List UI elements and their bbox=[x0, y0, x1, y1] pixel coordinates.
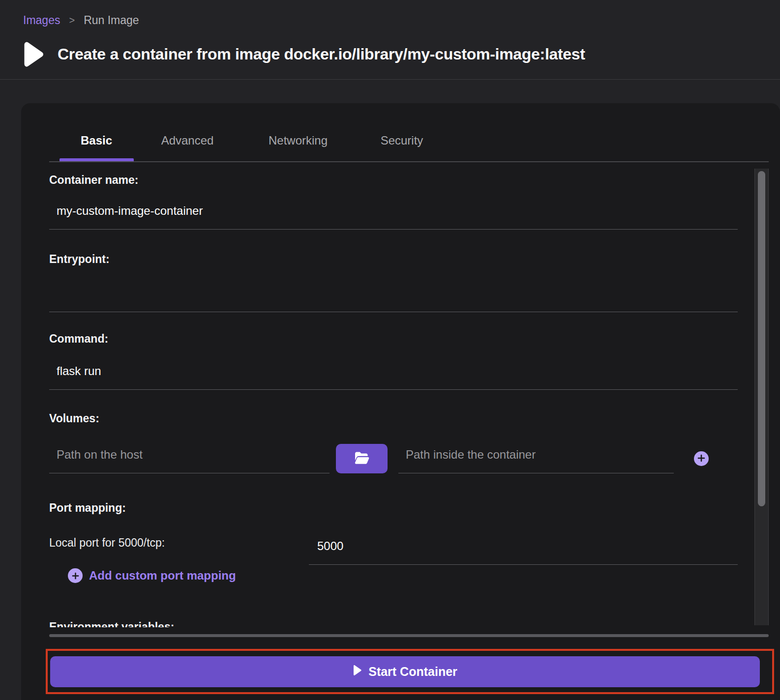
tabs-baseline bbox=[49, 161, 769, 162]
port-mapping-label: Port mapping: bbox=[49, 501, 126, 515]
volumes-label: Volumes: bbox=[49, 412, 99, 425]
page-header: Create a container from image docker.io/… bbox=[21, 41, 585, 67]
plus-icon bbox=[68, 568, 83, 583]
breadcrumb-link-images[interactable]: Images bbox=[23, 14, 60, 27]
tab-networking[interactable]: Networking bbox=[269, 134, 328, 147]
local-port-label: Local port for 5000/tcp: bbox=[49, 536, 165, 550]
volume-container-path-input[interactable] bbox=[398, 443, 674, 473]
run-image-panel: Basic Advanced Networking Security Conta… bbox=[21, 103, 780, 700]
vertical-scrollbar-thumb[interactable] bbox=[758, 171, 765, 506]
vertical-scrollbar-track[interactable] bbox=[754, 169, 769, 625]
horizontal-scrollbar-thumb[interactable] bbox=[49, 634, 769, 637]
tab-advanced[interactable]: Advanced bbox=[161, 134, 214, 147]
environment-variables-label-clipped: Environment variables: bbox=[49, 620, 174, 627]
add-volume-button[interactable] bbox=[694, 451, 709, 466]
breadcrumb-current: Run Image bbox=[84, 14, 139, 27]
start-container-button[interactable]: Start Container bbox=[50, 656, 760, 687]
start-container-label: Start Container bbox=[368, 665, 457, 679]
plus-icon bbox=[697, 454, 705, 464]
play-icon bbox=[21, 41, 45, 67]
add-custom-port-mapping-label: Add custom port mapping bbox=[89, 569, 236, 583]
environment-variables-label: Environment variables: bbox=[49, 620, 174, 627]
command-input[interactable] bbox=[49, 360, 738, 390]
tab-basic[interactable]: Basic bbox=[81, 134, 112, 147]
container-name-input[interactable] bbox=[49, 200, 738, 230]
browse-host-path-button[interactable] bbox=[336, 444, 388, 473]
breadcrumb: Images > Run Image bbox=[23, 14, 139, 27]
tab-security[interactable]: Security bbox=[381, 134, 423, 147]
play-icon bbox=[353, 665, 362, 679]
page-title: Create a container from image docker.io/… bbox=[58, 45, 585, 63]
entrypoint-input[interactable] bbox=[49, 282, 738, 312]
command-label: Command: bbox=[49, 332, 108, 346]
local-port-input[interactable] bbox=[309, 535, 738, 565]
container-name-label: Container name: bbox=[49, 174, 138, 187]
entrypoint-label: Entrypoint: bbox=[49, 253, 110, 266]
volume-host-path-input[interactable] bbox=[49, 443, 330, 473]
add-custom-port-mapping-button[interactable]: Add custom port mapping bbox=[68, 568, 236, 583]
breadcrumb-separator: > bbox=[69, 15, 75, 26]
folder-open-icon bbox=[354, 451, 370, 467]
header-divider bbox=[0, 79, 780, 80]
